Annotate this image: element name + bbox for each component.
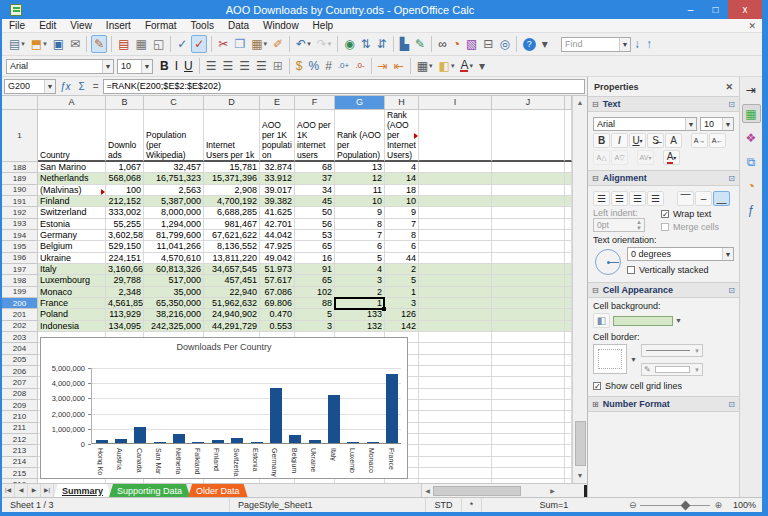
insert-chart-icon[interactable]: ▙ [398,35,411,53]
new-document-icon[interactable]: ▤▾ [7,35,27,53]
cell[interactable]: 8,136,552 [204,241,260,252]
cell[interactable] [419,196,492,207]
cell[interactable]: 34,657,545 [204,264,260,275]
cell[interactable] [492,468,565,479]
dialog-launcher-icon[interactable]: ⊡ [728,174,735,183]
cell[interactable]: Ukraine [38,253,106,264]
cell[interactable]: 3,160,660 [106,264,144,275]
cell[interactable]: 2,908 [204,185,260,196]
cell[interactable]: 517,000 [144,275,204,286]
cell[interactable]: 33.912 [260,173,295,184]
cell[interactable]: 9 [335,207,385,218]
cell[interactable]: 15,781 [204,162,260,173]
dropdown-arrow-icon[interactable]: ▼ [141,60,152,73]
cell[interactable]: 34 [295,185,335,196]
cell[interactable]: 529,150 [106,241,144,252]
cell[interactable] [419,321,492,332]
styles-deck-icon[interactable]: ❖ [742,128,761,147]
align-right-button[interactable]: ☰ [629,191,646,206]
cell[interactable]: 981,467 [204,219,260,230]
cell[interactable] [492,185,565,196]
underline-button[interactable]: U [182,57,195,75]
expand-icon[interactable]: ⊞ [592,400,599,409]
cell[interactable] [38,479,106,483]
sidebar-font-size[interactable]: 10▼ [700,117,734,131]
sum-indicator[interactable]: Sum=1 [494,498,614,512]
export-pdf-icon[interactable]: ▤ [116,35,131,53]
format-paintbrush-icon[interactable]: ✐ [271,35,285,53]
sheet-nav-icon[interactable]: |◀ [2,484,15,497]
cell[interactable]: 67,621,622 [204,230,260,241]
dialog-launcher-icon[interactable]: ⊡ [728,400,735,409]
cell[interactable]: 134,095 [106,321,144,332]
bold-button[interactable]: B [593,133,610,148]
cell[interactable]: 6 [385,241,419,252]
cell[interactable] [492,309,565,320]
select-all-corner[interactable] [2,96,38,110]
properties-deck-icon[interactable]: ▦ [742,104,761,123]
save-icon[interactable]: ▣ [51,35,66,53]
row-header-207[interactable]: 207 [2,377,38,388]
cell[interactable] [492,332,565,343]
background-color-swatch[interactable] [613,316,673,326]
cell[interactable] [419,457,492,468]
paint-can-icon[interactable]: ◧ [593,313,610,328]
cell[interactable]: 35,000 [144,287,204,298]
column-header-C[interactable]: C [144,96,204,110]
dropdown-arrow-icon[interactable]: ▾ [469,57,473,75]
sheet-tab-older-data[interactable]: Older Data [188,484,248,497]
cell[interactable] [492,389,565,400]
row-header-210[interactable]: 210 [2,411,38,422]
data-sources-icon[interactable]: ⊟ [481,35,495,53]
cell[interactable] [492,445,565,456]
cell[interactable] [419,332,492,343]
indent-increase-icon[interactable]: ⇥ [376,57,390,75]
row-header-212[interactable]: 212 [2,434,38,445]
borders-icon[interactable]: ▦▾ [415,57,435,75]
shadow-button[interactable]: A [665,133,682,148]
cell[interactable] [492,110,565,162]
dropdown-arrow-icon[interactable]: ▾ [43,35,47,53]
redo-icon[interactable]: ↷▾ [315,35,334,53]
cell[interactable]: 568,068 [106,173,144,184]
cell[interactable] [419,434,492,445]
sort-ascending-icon[interactable]: ⇅ [359,35,373,53]
cell[interactable]: 32.874 [260,162,295,173]
sheet-tab-supporting-data[interactable]: Supporting Data [109,484,190,497]
row-header-190[interactable]: 190 [2,185,38,196]
font-color-icon[interactable]: A▾ [458,57,475,75]
shrink-font-button[interactable]: A▽ [611,150,628,165]
align-vcenter-button[interactable]: – [695,191,712,206]
row-header-188[interactable]: 188 [2,162,38,173]
cell[interactable] [419,162,492,173]
cell[interactable]: 6 [335,241,385,252]
dropdown-arrow-icon[interactable]: ▾ [21,35,25,53]
row-header-203[interactable]: 203 [2,332,38,343]
format-currency-icon[interactable]: $ [294,57,305,75]
scroll-down-icon[interactable]: ▼ [573,469,587,483]
page-style-indicator[interactable]: PageStyle_Sheet1 [230,498,426,512]
left-indent-spinner[interactable]: 0pt ▲▼ [593,218,645,232]
row-header-191[interactable]: 191 [2,196,38,207]
row-header-198[interactable]: 198 [2,275,38,286]
cell[interactable] [419,445,492,456]
line-color-select[interactable]: ✎▼ [641,363,703,376]
cell[interactable] [419,298,492,309]
cell[interactable] [419,275,492,286]
cell[interactable] [419,377,492,388]
cell[interactable]: 14 [385,173,419,184]
dropdown-arrow-icon[interactable]: ▾ [640,137,643,144]
sort-descending-icon[interactable]: ⇵ [375,35,389,53]
sheet-nav-icon[interactable]: ◀ [15,484,28,497]
cell[interactable]: 2,563 [144,185,204,196]
cell[interactable] [492,173,565,184]
cell[interactable]: San Marino [38,162,106,173]
font-name-combo[interactable]: Arial▼ [6,59,114,74]
cell[interactable] [419,343,492,354]
cell[interactable] [492,411,565,422]
zoom-out-icon[interactable]: ⊖ [629,500,637,510]
copy-icon[interactable]: ❐ [232,35,247,53]
cell[interactable] [419,241,492,252]
sheet-tab-summary[interactable]: Summary [54,484,111,497]
grow-font-button[interactable]: A△ [593,150,610,165]
